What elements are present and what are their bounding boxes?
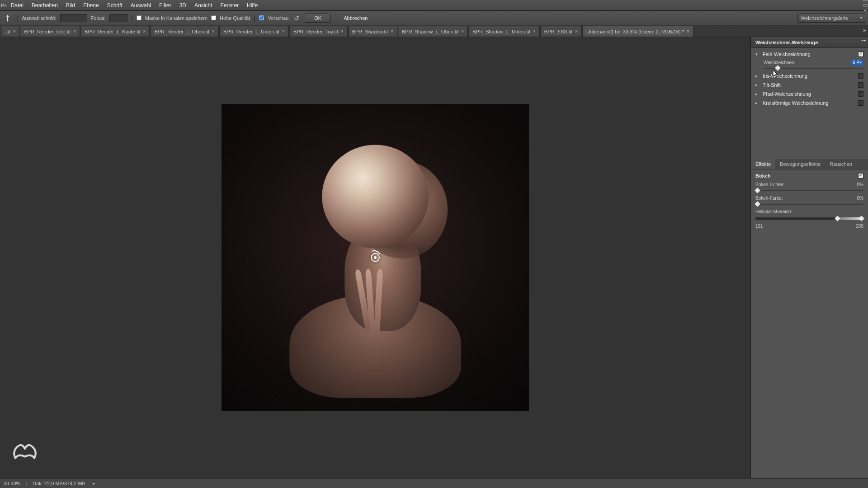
tab-label: BPR_Render_L_Oben.tif [154,29,209,34]
focus-input[interactable] [109,14,127,22]
chevron-down-icon: ▾ [755,52,760,56]
menu-filter[interactable]: Filter [155,0,175,10]
tab-label: BPR_SSS.tif [544,29,572,34]
menu-bearbeiten[interactable]: Bearbeiten [28,0,62,10]
app-logo: Ps [1,3,7,8]
tab-effects[interactable]: Effekte [751,159,775,169]
close-icon[interactable]: × [13,29,16,34]
high-quality-checkbox[interactable] [211,15,216,20]
menu-hilfe[interactable]: Hilfe [243,0,262,10]
right-panel: ▸▸ Weichzeichner-Werkzeuge ▾ Feld-Weichz… [750,37,868,478]
document-tab[interactable]: BPR_SSS.tif× [540,26,582,37]
iris-blur-checkbox[interactable] [858,73,863,79]
blur-amount-row: Weichzeichnen: 6 Px [751,59,868,66]
watermark-logo [9,438,41,465]
menu-ebene[interactable]: Ebene [79,0,103,10]
bokeh-color-label: Bokeh-Farbe: [755,196,783,201]
tab-label: BPR_Render_folie.tif [24,29,71,34]
close-icon[interactable]: × [575,29,578,34]
document-tab[interactable]: Unbenannt1 bei 33.3% (Ebene 2, RGB/16) *… [582,26,693,37]
tilt-shift-checkbox[interactable] [858,82,863,88]
close-icon[interactable]: × [212,29,215,34]
bokeh-checkbox[interactable] [858,173,863,178]
document-tab[interactable]: BPR_Render_L_Kante.tif× [80,26,150,37]
blur-gallery-dropdown[interactable]: Weichzeichnergalerie ▾ [797,14,865,23]
document-tab[interactable]: .tif× [1,26,19,37]
close-icon[interactable]: × [143,29,146,34]
brightness-range-min[interactable]: 191 [755,224,763,229]
options-bar: | Auswahlschnitt: Fokus: | Maske in Kanä… [0,11,868,25]
reset-icon[interactable]: ↺ [292,14,301,23]
field-blur-label: Feld-Weichzeichnung [763,52,855,57]
bokeh-light-value[interactable]: 0% [857,182,863,187]
close-icon[interactable]: × [391,29,393,34]
tab-label: BPR_Render_L_Kante.tif [85,29,141,34]
collapse-panel-icon[interactable]: ▸▸ [862,38,866,42]
zoom-level[interactable]: 33.33% [4,481,20,486]
document-tab[interactable]: BPR_Render_Toy.tif× [289,26,348,37]
tab-label: .tif [5,29,10,34]
tab-label: BPR_Shadow_L_Oben.tif [402,29,458,34]
save-mask-checkbox[interactable] [137,15,142,20]
menu-auswahl[interactable]: Auswahl [127,0,155,10]
canvas-content [280,135,471,393]
brightness-range-slider[interactable] [755,217,863,220]
path-blur-header[interactable]: ▸ Pfad-Weichzeichnung [751,89,868,99]
bokeh-color-slider[interactable] [755,204,863,205]
close-icon[interactable]: × [341,29,344,34]
pin-tool-icon[interactable] [3,13,13,23]
tab-noise[interactable]: Rauschen [825,159,857,169]
effects-panel: Bokeh Bokeh-Lichter: 0% Bokeh-Farbe: 0% … [751,169,868,231]
blur-amount-slider[interactable] [764,68,863,69]
focus-label: Fokus: [91,15,106,21]
tilt-shift-header[interactable]: ▸ Tilt-Shift [751,80,868,89]
close-icon[interactable]: × [687,29,689,34]
spin-blur-header[interactable]: ▸ Kreisförmige Weichzeichnung [751,99,868,108]
bokeh-color-value[interactable]: 0% [857,196,863,201]
document-tab[interactable]: BPR_Render_folie.tif× [20,26,80,37]
bokeh-title: Bokeh [755,173,855,178]
spin-blur-checkbox[interactable] [858,100,863,106]
cancel-button[interactable]: Abbrechen [335,14,377,23]
menu-schrift[interactable]: Schrift [103,0,127,10]
menu-bild[interactable]: Bild [62,0,79,10]
menu-fenster[interactable]: Fenster [216,0,243,10]
blur-pin[interactable] [371,253,380,262]
maximize-button[interactable]: ▭ [863,2,868,8]
minimize-button[interactable]: — [863,0,868,2]
document-tab[interactable]: BPR_Shadow_L_Oben.tif× [398,26,468,37]
tab-motion-effects[interactable]: Bewegungseffekte [775,159,825,169]
close-icon[interactable]: × [533,29,536,34]
field-blur-header[interactable]: ▾ Feld-Weichzeichnung [751,50,868,59]
document-tab[interactable]: BPR_Shadow.tif× [348,26,397,37]
menu-datei[interactable]: Datei [7,0,28,10]
selection-crop-label: Auswahlschnitt: [22,15,56,21]
tab-overflow-icon[interactable]: » [863,27,866,33]
close-icon[interactable]: × [73,29,76,34]
menu-3d[interactable]: 3D [175,0,190,10]
status-bar: 33.33% | Dok: 22,9 MB/374,2 MB ▸ [0,478,868,488]
close-icon[interactable]: × [282,29,285,34]
menu-bar: Ps Datei Bearbeiten Bild Ebene Schrift A… [0,0,868,11]
bokeh-light-slider[interactable] [755,190,863,191]
close-icon[interactable]: × [461,29,464,34]
ok-button[interactable]: OK [305,14,331,23]
canvas-area[interactable] [0,37,750,478]
selection-crop-input[interactable] [60,14,87,22]
blur-amount-value[interactable]: 6 Px [851,60,863,66]
preview-checkbox[interactable] [259,15,264,20]
chevron-right-icon[interactable]: ▸ [93,481,95,486]
brightness-range-max[interactable]: 255 [856,224,863,229]
chevron-right-icon: ▸ [755,101,760,105]
tab-label: BPR_Render_Toy.tif [293,29,338,34]
iris-blur-header[interactable]: ▸ Iris-Weichzeichnung [751,71,868,80]
document-tab[interactable]: BPR_Render_L_Oben.tif× [150,26,219,37]
document-tab[interactable]: BPR_Shadow_L_Unten.tif× [468,26,540,37]
document-tab[interactable]: BPR_Render_L_Unten.tif× [219,26,289,37]
document-canvas[interactable] [222,104,529,411]
path-blur-checkbox[interactable] [858,91,863,97]
effects-tab-strip: Effekte Bewegungseffekte Rauschen [751,159,868,169]
menu-ansicht[interactable]: Ansicht [190,0,216,10]
field-blur-checkbox[interactable] [858,52,863,57]
chevron-right-icon: ▸ [755,92,760,96]
